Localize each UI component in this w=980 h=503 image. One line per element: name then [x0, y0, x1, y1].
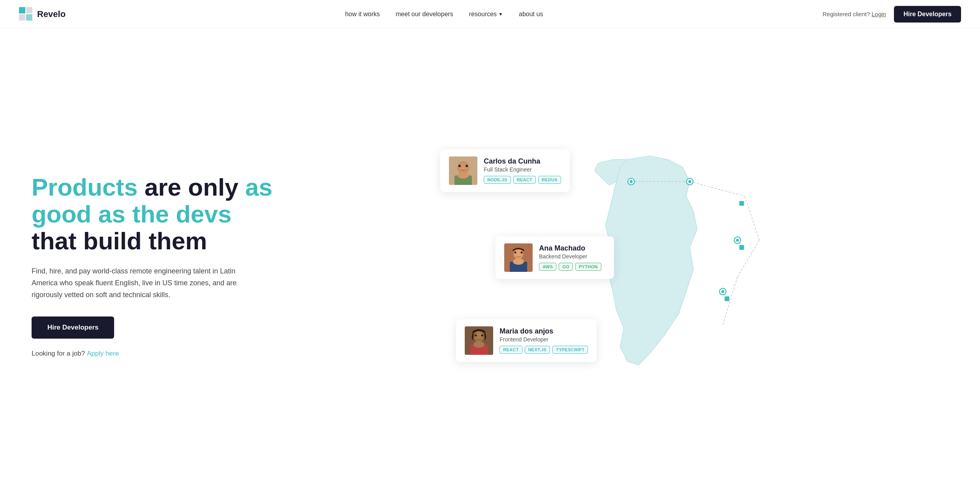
registered-text: Registered client? Login — [822, 11, 886, 17]
svg-point-38 — [475, 334, 477, 336]
hero-subtext: Find, hire, and pay world-class remote e… — [32, 266, 237, 301]
navbar: Revelo how it works meet our developers … — [0, 0, 980, 28]
svg-point-32 — [521, 251, 523, 253]
svg-rect-17 — [740, 201, 744, 205]
nav-meet-developers[interactable]: meet our developers — [396, 11, 453, 18]
dev-name-ana: Ana Machado — [539, 244, 605, 252]
dev-tags-carlos: NODE.JS REACT REDUX — [484, 176, 561, 184]
tag-aws: AWS — [539, 263, 556, 271]
dev-role-ana: Backend Developer — [539, 253, 605, 260]
hire-developers-nav-button[interactable]: Hire Developers — [894, 6, 961, 23]
dev-role-carlos: Full Stack Engineer — [484, 166, 561, 173]
avatar-maria — [465, 326, 493, 355]
job-text: Looking for a job? Apply here — [32, 350, 417, 358]
svg-rect-3 — [26, 14, 32, 21]
svg-point-12 — [688, 180, 691, 183]
headline-products: Products — [32, 173, 138, 201]
tag-python: PYTHON — [575, 263, 601, 271]
svg-point-25 — [466, 165, 468, 167]
tag-nodejs: NODE.JS — [484, 176, 511, 184]
tag-nextjs: NEXT.JS — [525, 346, 550, 354]
svg-line-5 — [690, 181, 745, 196]
dev-tags-ana: AWS GO PYTHON — [539, 263, 605, 271]
chevron-down-icon: ▼ — [498, 11, 503, 17]
tag-react-1: REACT — [513, 176, 536, 184]
tag-go: GO — [559, 263, 573, 271]
hero-headline: Products are only as good as the devs th… — [32, 174, 417, 255]
apply-link[interactable]: Apply here — [87, 350, 119, 357]
tag-typescript: TYPESCRIPT — [552, 346, 588, 354]
svg-point-24 — [458, 165, 461, 167]
svg-point-26 — [458, 172, 469, 179]
svg-rect-19 — [725, 296, 729, 301]
headline-line3: that build them — [32, 227, 207, 254]
dev-name-carlos: Carlos da Cunha — [484, 157, 561, 166]
dev-info-carlos: Carlos da Cunha Full Stack Engineer NODE… — [484, 157, 561, 184]
dev-cards-area: Carlos da Cunha Full Stack Engineer NODE… — [417, 138, 948, 394]
dev-info-ana: Ana Machado Backend Developer AWS GO PYT… — [539, 244, 605, 271]
svg-rect-2 — [19, 14, 25, 21]
revelo-logo-icon — [19, 7, 33, 21]
dev-tags-maria: REACT NEXT.JS TYPESCRIPT — [499, 346, 588, 354]
nav-resources[interactable]: resources ▼ — [469, 11, 503, 18]
headline-line2: good as the devs — [32, 200, 231, 228]
svg-point-14 — [736, 239, 739, 241]
svg-point-39 — [481, 334, 483, 336]
avatar-ana — [504, 243, 533, 272]
login-link[interactable]: Login — [871, 11, 886, 17]
hero-left: Products are only as good as the devs th… — [32, 174, 417, 358]
hire-developers-hero-button[interactable]: Hire Developers — [32, 316, 114, 339]
nav-links: how it works meet our developers resourc… — [345, 11, 543, 18]
hero-section: Products are only as good as the devs th… — [0, 28, 980, 503]
svg-point-16 — [721, 290, 724, 293]
svg-point-40 — [473, 341, 484, 348]
nav-how-it-works[interactable]: how it works — [345, 11, 380, 18]
nav-about-us[interactable]: about us — [519, 11, 543, 18]
logo[interactable]: Revelo — [19, 7, 66, 21]
brand-name: Revelo — [37, 9, 66, 19]
svg-point-31 — [514, 251, 516, 253]
dev-card-carlos: Carlos da Cunha Full Stack Engineer NODE… — [440, 149, 570, 192]
svg-point-33 — [513, 258, 524, 265]
svg-rect-18 — [740, 245, 744, 250]
svg-line-6 — [745, 196, 759, 240]
tag-react-2: REACT — [499, 346, 522, 354]
svg-rect-0 — [19, 7, 25, 13]
dev-role-maria: Frontend Developer — [499, 336, 588, 343]
svg-rect-1 — [26, 7, 32, 13]
dev-card-ana: Ana Machado Backend Developer AWS GO PYT… — [496, 236, 614, 279]
hero-right: Carlos da Cunha Full Stack Engineer NODE… — [417, 138, 948, 394]
svg-point-10 — [630, 180, 633, 183]
avatar-carlos — [449, 156, 477, 185]
tag-redux: REDUX — [538, 176, 561, 184]
svg-point-22 — [458, 162, 468, 173]
dev-card-maria: Maria dos anjos Frontend Developer REACT… — [456, 319, 597, 362]
dev-info-maria: Maria dos anjos Frontend Developer REACT… — [499, 327, 588, 354]
dev-name-maria: Maria dos anjos — [499, 327, 588, 335]
nav-right: Registered client? Login Hire Developers — [822, 6, 961, 23]
